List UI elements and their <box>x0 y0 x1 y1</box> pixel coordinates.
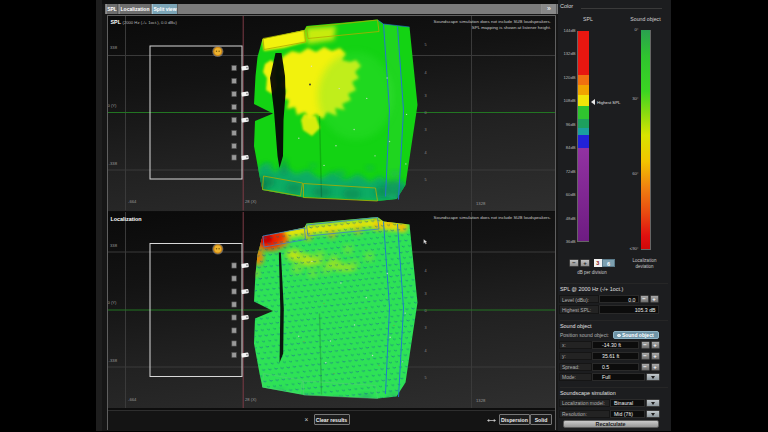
svg-text:3: 3 <box>424 128 426 132</box>
svg-text:3: 3 <box>424 292 426 296</box>
svg-text:4: 4 <box>424 71 426 75</box>
svg-text:5: 5 <box>424 178 426 182</box>
svg-text:5: 5 <box>424 43 426 47</box>
svg-text:4: 4 <box>424 151 426 155</box>
svg-text:4: 4 <box>424 349 426 353</box>
svg-text:28 (X): 28 (X) <box>245 397 257 402</box>
svg-text:3: 3 <box>424 94 426 98</box>
svg-text:28 (X): 28 (X) <box>245 199 257 204</box>
svg-text:4: 4 <box>424 269 426 273</box>
svg-text:1328: 1328 <box>476 201 486 206</box>
svg-text:-0 (Y): -0 (Y) <box>108 103 117 108</box>
svg-text:0: 0 <box>424 111 426 115</box>
svg-text:1328: 1328 <box>476 398 486 403</box>
svg-text:0: 0 <box>424 309 426 313</box>
svg-text:5: 5 <box>424 376 426 380</box>
svg-text:Highest SPL: Highest SPL <box>597 100 621 105</box>
svg-text:338: 338 <box>110 243 118 248</box>
svg-text:-338: -338 <box>108 161 117 166</box>
svg-text:-664: -664 <box>128 397 137 402</box>
svg-text:338: 338 <box>110 45 118 50</box>
svg-text:-664: -664 <box>128 199 137 204</box>
svg-text:3: 3 <box>424 326 426 330</box>
svg-text:-338: -338 <box>108 358 117 363</box>
svg-text:-0 (Y): -0 (Y) <box>108 300 117 305</box>
